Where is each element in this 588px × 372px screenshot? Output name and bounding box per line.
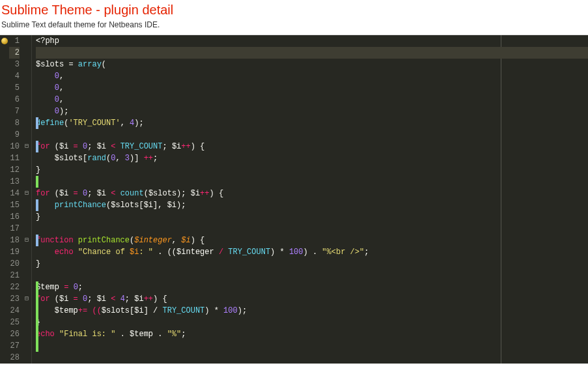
line-number[interactable]: 14 [9,188,20,199]
fold-toggle[interactable] [22,281,31,293]
fold-toggle[interactable]: ⊟ [22,141,31,152]
fold-toggle[interactable]: ⊟ [22,188,31,199]
code-line[interactable] [36,223,588,235]
fold-toggle[interactable] [22,59,31,70]
code-line[interactable]: 0); [36,106,588,117]
code-line[interactable]: } [36,164,588,176]
line-number[interactable]: 10 [9,141,20,152]
fold-toggle[interactable] [22,70,31,82]
line-number[interactable]: 22 [9,281,20,293]
fold-toggle[interactable] [22,199,31,211]
line-number[interactable]: 5 [9,82,20,94]
line-number[interactable]: 3 [9,59,20,70]
line-number[interactable]: 19 [9,246,20,258]
code-editor[interactable]: 1234567891011121314151617181920212223242… [0,35,588,364]
line-number[interactable]: 8 [9,117,20,129]
pun: ; [125,294,134,304]
pun: . [153,330,167,339]
fold-toggle[interactable] [22,117,31,129]
code-line[interactable]: $slots = array( [36,59,588,70]
code-line[interactable] [36,340,588,352]
line-number[interactable]: 25 [9,317,20,328]
code-line[interactable]: 0, [36,70,588,82]
line-number[interactable]: 13 [9,176,20,188]
code-line[interactable]: } [36,317,588,328]
fold-toggle[interactable] [22,305,31,317]
line-number[interactable]: 15 [9,199,20,211]
line-number[interactable]: 16 [9,211,20,223]
pun: ) { [210,189,224,198]
code-line[interactable]: 0, [36,94,588,106]
line-number[interactable]: 23 [9,293,20,305]
line-number[interactable]: 2 [9,47,20,59]
change-marker [36,199,38,211]
line-number[interactable]: 1 [9,35,20,47]
lightbulb-icon[interactable] [1,38,8,44]
code-line[interactable]: for ($i = 0; $i < TRY_COUNT; $i++) { [36,141,588,152]
code-line[interactable] [36,270,588,281]
line-number[interactable]: 18 [9,235,20,246]
variable: $i [172,142,181,151]
fold-toggle[interactable]: ⊟ [22,235,31,246]
fold-toggle[interactable] [22,223,31,235]
line-number[interactable]: 24 [9,305,20,317]
code-line[interactable] [36,176,588,188]
fold-toggle[interactable] [22,176,31,188]
fold-toggle[interactable] [22,164,31,176]
code-line[interactable] [36,352,588,364]
code-line[interactable]: $temp = 0; [36,281,588,293]
code-line[interactable]: printChance($slots[$i], $i); [36,199,588,211]
fold-toggle[interactable] [22,35,31,47]
fold-toggle[interactable] [22,47,31,59]
line-number[interactable]: 9 [9,129,20,141]
breakpoint-column[interactable] [0,35,9,364]
code-line[interactable]: <?php [36,35,588,47]
fold-toggle[interactable] [22,94,31,106]
fold-toggle[interactable] [22,129,31,141]
code-line[interactable]: } [36,258,588,270]
code-area[interactable]: <?php $slots = array( 0, 0, 0, 0); defin… [32,35,588,364]
line-number[interactable]: 7 [9,106,20,117]
op: += (( [78,306,102,315]
line-number[interactable]: 26 [9,328,20,340]
code-line[interactable] [36,129,588,141]
code-line[interactable]: define('TRY_COUNT', 4); [36,117,588,129]
fold-toggle[interactable] [22,152,31,164]
variable: $slots [36,60,64,69]
line-number[interactable]: 12 [9,164,20,176]
change-marker [36,328,38,340]
code-line[interactable]: } [36,211,588,223]
line-number[interactable]: 6 [9,94,20,106]
fold-toggle[interactable] [22,317,31,328]
line-number[interactable]: 4 [9,70,20,82]
code-line[interactable] [36,47,588,59]
fold-toggle[interactable] [22,270,31,281]
line-number[interactable]: 17 [9,223,20,235]
fold-toggle[interactable] [22,340,31,352]
fold-toggle[interactable] [22,82,31,94]
code-line[interactable]: for ($i = 0; $i < count($slots); $i++) { [36,188,588,199]
line-number[interactable]: 20 [9,258,20,270]
code-line[interactable]: function printChance($integer, $i) { [36,235,588,246]
constant: TRY_COUNT [120,142,163,151]
fold-column[interactable]: ⊟⊟⊟⊟ [22,35,31,364]
line-number[interactable]: 27 [9,340,20,352]
line-number[interactable]: 28 [9,352,20,364]
code-line[interactable]: 0, [36,82,588,94]
code-line[interactable]: $slots[rand(0, 3)] ++; [36,152,588,164]
line-number[interactable]: 11 [9,152,20,164]
fold-toggle[interactable] [22,211,31,223]
fold-toggle[interactable] [22,328,31,340]
fold-toggle[interactable] [22,352,31,364]
fold-toggle[interactable] [22,106,31,117]
fold-toggle[interactable] [22,246,31,258]
fold-toggle[interactable]: ⊟ [22,293,31,305]
code-line[interactable]: echo "Final is: " . $temp . "%"; [36,328,588,340]
fold-toggle[interactable] [22,258,31,270]
code-line[interactable]: echo "Chance of $i: " . (($integer / TRY… [36,246,588,258]
line-number[interactable]: 21 [9,270,20,281]
pun: ); [238,306,247,315]
code-line[interactable]: for ($i = 0; $i < 4; $i++) { [36,293,588,305]
variable: $temp [130,330,153,339]
code-line[interactable]: $temp+= (($slots[$i] / TRY_COUNT) * 100)… [36,305,588,317]
